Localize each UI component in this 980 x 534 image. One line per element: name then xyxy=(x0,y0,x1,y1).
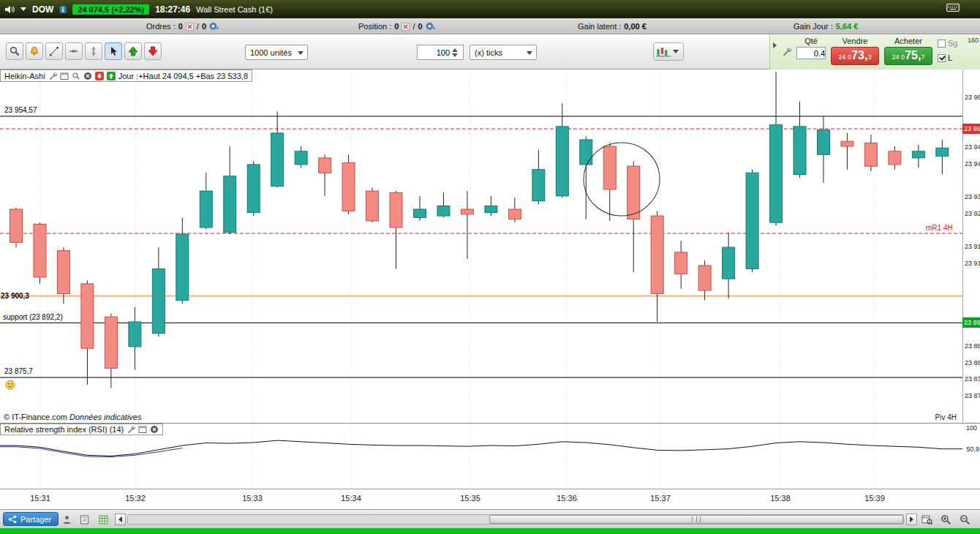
ticks-count-field[interactable] xyxy=(418,48,450,57)
collapse-trade-panel-icon[interactable] xyxy=(773,42,777,48)
qty-input[interactable] xyxy=(796,47,826,59)
rsi-header: Relative strength index (RSI) (14) xyxy=(0,424,163,435)
order-settings-icon[interactable] xyxy=(782,47,791,56)
sell-button[interactable]: 24 0 73, 3 xyxy=(831,47,879,65)
rsi-new-window-icon[interactable] xyxy=(138,425,147,434)
time-tick-label: 15:39 xyxy=(862,494,888,503)
share-label: Partager xyxy=(20,515,51,524)
news-icon[interactable] xyxy=(78,513,91,526)
zoom-out-icon[interactable] xyxy=(958,513,971,526)
smiley-icon[interactable] xyxy=(5,380,15,390)
time-tick-label: 15:37 xyxy=(647,494,674,503)
sell-arrow-button[interactable] xyxy=(144,42,162,60)
price-tick-label: 23 915 xyxy=(965,243,980,250)
buy-button[interactable]: 24 0 75, 7 xyxy=(884,47,932,65)
position-open-count: 0 xyxy=(394,22,399,31)
price-tick-label: 23 925 xyxy=(965,210,980,217)
alarm-tool-button[interactable] xyxy=(26,42,43,60)
new-window-icon[interactable] xyxy=(60,72,69,80)
buy-price-small: 24 0 xyxy=(892,53,905,61)
price-axis[interactable]: 23 96023 94523 94023 93023 92523 91523 9… xyxy=(962,69,980,423)
flags-column: Sg L xyxy=(938,38,957,63)
user-icon[interactable] xyxy=(60,513,73,526)
chart-toolbar: 1000 unités (x) ticks Qté Vendre 24 0 73… xyxy=(0,34,980,69)
scroll-right-button[interactable] xyxy=(906,514,917,525)
ticks-unit-value: (x) ticks xyxy=(475,48,502,57)
sell-marker-icon[interactable] xyxy=(95,72,104,80)
price-badge: 24 074,5 (+2,22%) xyxy=(72,4,149,15)
close-position-icon[interactable] xyxy=(402,23,410,31)
gain-jour-group: Gain Jour : 5,64 € xyxy=(794,18,858,34)
keyboard-icon[interactable] xyxy=(946,4,960,12)
scrollbar-thumb[interactable] xyxy=(489,515,903,524)
price-chart-svg[interactable] xyxy=(0,69,962,423)
buy-marker-icon[interactable] xyxy=(107,72,116,80)
delete-line-tool-button[interactable] xyxy=(65,42,83,60)
price-tick-label: 23 870 xyxy=(965,392,980,399)
chart-style-button[interactable] xyxy=(653,42,684,61)
price-tick-label: 23 880 xyxy=(965,359,980,366)
attribution-note: Données indicatives xyxy=(69,413,141,421)
ticks-unit-select[interactable]: (x) ticks xyxy=(470,45,537,60)
gain-latent-group: Gain latent : 0,00 € xyxy=(578,18,647,34)
time-axis: 15:3115:3215:3315:3415:3515:3615:3715:38… xyxy=(0,489,980,509)
support-label: support (23 892,2) xyxy=(3,313,63,321)
grid-icon[interactable] xyxy=(97,513,110,526)
speaker-icon[interactable] xyxy=(4,5,15,14)
orders-group: Ordres : 0 / 0 xyxy=(146,18,219,34)
level-high-label: 23 954,57 xyxy=(4,106,37,114)
ticks-count-spinner[interactable] xyxy=(452,48,458,57)
price-tick-label: 23 960 xyxy=(965,94,980,101)
pivot-label: Piv 4H xyxy=(935,413,957,421)
units-select-value: 1000 unités xyxy=(250,48,292,57)
orders-pending-count: 0 xyxy=(202,22,206,31)
rsi-remove-icon[interactable] xyxy=(150,425,159,434)
price-tick-label: 23 910 xyxy=(965,260,980,267)
date-search-icon[interactable] xyxy=(920,513,933,526)
indicator-header: Heikin-Ashi Jour :+Haut 24 094,5 +Bas 23… xyxy=(0,69,252,82)
position-group: Position : 0 / 0 xyxy=(358,18,435,34)
vline-tool-button[interactable] xyxy=(85,42,102,60)
attribution-source: © IT-Finance.com xyxy=(4,413,67,421)
instrument-dropdown-caret[interactable] xyxy=(20,7,26,11)
sell-price-small: 24 0 xyxy=(839,53,852,61)
properties-icon[interactable] xyxy=(48,72,57,80)
scroll-left-button[interactable] xyxy=(115,514,126,525)
gain-latent-label: Gain latent : xyxy=(578,22,621,31)
rsi-title: Relative strength index (RSI) (14) xyxy=(4,425,124,434)
cursor-tool-button[interactable] xyxy=(105,42,122,60)
sg-checkbox[interactable] xyxy=(938,40,946,48)
cancel-orders-icon[interactable] xyxy=(186,23,194,31)
time-tick-label: 15:35 xyxy=(457,494,483,503)
chart-scrollbar[interactable] xyxy=(127,514,904,524)
trendline-tool-button[interactable] xyxy=(45,42,63,60)
gain-jour-value: 5,64 € xyxy=(836,22,859,31)
share-button[interactable]: Partager xyxy=(3,512,59,526)
rsi-panel: Relative strength index (RSI) (14) 100 5… xyxy=(0,423,980,489)
zoom-tool-button[interactable] xyxy=(6,42,23,60)
orders-settings-icon[interactable] xyxy=(209,22,219,31)
position-settings-icon[interactable] xyxy=(426,22,435,31)
qty-column: Qté xyxy=(796,37,826,59)
info-icon[interactable] xyxy=(59,5,67,14)
time-tick-label: 15:34 xyxy=(338,494,364,503)
buy-column: Acheter 24 0 75, 7 xyxy=(884,37,932,65)
l-checkbox[interactable] xyxy=(938,54,946,62)
units-select[interactable]: 1000 unités xyxy=(245,45,308,60)
sell-price-big: 73, xyxy=(851,49,867,61)
trade-panel: Qté Vendre 24 0 73, 3 Acheter 24 0 75, 7… xyxy=(769,34,980,69)
rsi-properties-icon[interactable] xyxy=(127,425,135,434)
instrument-name[interactable]: DOW xyxy=(32,4,53,15)
inspect-icon[interactable] xyxy=(72,72,80,80)
drawing-tools xyxy=(6,42,162,60)
last-price-axis-label: 23 900,3 xyxy=(1,292,980,300)
orders-label: Ordres : xyxy=(146,22,176,31)
buy-arrow-button[interactable] xyxy=(124,42,142,60)
ticks-count-input[interactable] xyxy=(417,45,464,60)
zoom-in-icon[interactable] xyxy=(939,513,952,526)
price-chart-panel: Heikin-Ashi Jour :+Haut 24 094,5 +Bas 23… xyxy=(0,69,980,423)
l-label: L xyxy=(948,53,952,62)
clock: 18:27:46 xyxy=(155,4,190,15)
remove-indicator-icon[interactable] xyxy=(83,72,92,80)
price-tick-label: 23 940 xyxy=(965,160,980,168)
